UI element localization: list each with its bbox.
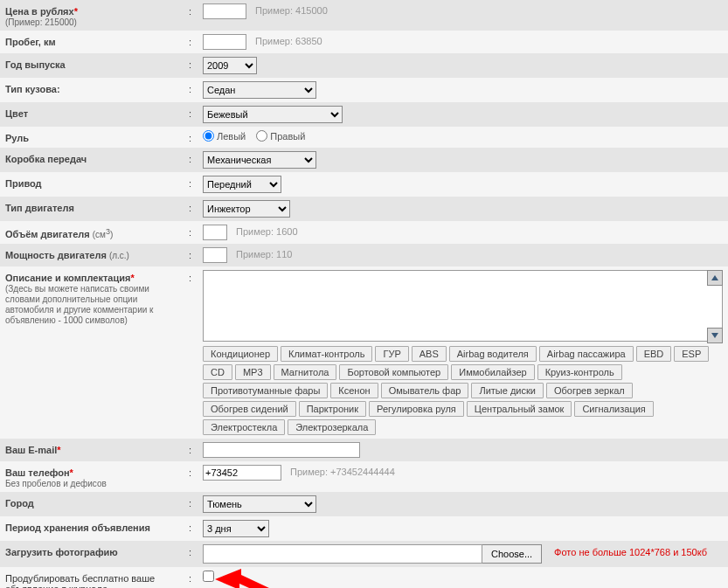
choose-file-button[interactable]: Choose... [482, 544, 542, 564]
label-email: Ваш E-mail* [5, 442, 189, 455]
option-button[interactable]: Электрозеркала [288, 419, 376, 435]
row-phone: Ваш телефон* Без пробелов и дефисов : Пр… [0, 461, 728, 492]
option-button[interactable]: MP3 [235, 364, 271, 380]
option-button[interactable]: Иммобилайзер [451, 364, 534, 380]
row-body: Тип кузова: : Седан [0, 78, 728, 102]
phone-input[interactable] [203, 465, 281, 481]
row-email: Ваш E-mail* : [0, 439, 728, 461]
row-description: Описание и комплектация* (Здесь вы может… [0, 266, 728, 439]
label-photo: Загрузить фотографию [5, 547, 118, 557]
option-button[interactable]: Электростекла [203, 419, 285, 435]
option-button[interactable]: Центральный замок [467, 401, 572, 417]
period-select[interactable]: 3 дня [203, 520, 269, 537]
price-hint: Пример: 415000 [250, 3, 328, 16]
year-select[interactable]: 2009 [203, 57, 257, 74]
wheel-right-option[interactable]: Правый [256, 130, 305, 142]
row-city: Город : Тюмень [0, 492, 728, 516]
label-period: Период хранения объявления [5, 522, 150, 533]
file-path-display [203, 544, 482, 564]
mileage-hint: Пример: 63850 [250, 34, 322, 46]
option-button[interactable]: ESP [674, 346, 709, 362]
gearbox-select[interactable]: Механическая [203, 151, 316, 169]
label-description: Описание и комплектация* (Здесь вы может… [5, 270, 189, 325]
option-button[interactable]: Обогрев сидений [203, 401, 296, 417]
label-wheel: Руль [5, 133, 29, 143]
row-mileage: Пробег, км : Пример: 63850 [0, 31, 728, 53]
row-photo: Загрузить фотографию : Choose... Фото не… [0, 541, 728, 567]
option-button[interactable]: Сигнализация [574, 401, 653, 417]
option-button[interactable]: Регулировка руля [369, 401, 464, 417]
label-phone: Ваш телефон* Без пробелов и дефисов [5, 465, 189, 488]
label-volume: Объём двигателя (см3) [5, 225, 189, 239]
power-input[interactable] [203, 247, 227, 263]
scroll-down-icon[interactable] [707, 328, 723, 343]
option-button[interactable]: Противотуманные фары [203, 383, 328, 398]
option-button[interactable]: ГУР [375, 346, 408, 362]
row-power: Мощность двигателя (л.с.) : Пример: 110 [0, 244, 728, 266]
volume-hint: Пример: 1600 [231, 225, 298, 237]
engine-select[interactable]: Инжектор [203, 200, 290, 218]
row-drive: Привод : Передний [0, 172, 728, 197]
phone-hint: Пример: +73452444444 [285, 465, 395, 477]
option-button[interactable]: Airbag пассажира [539, 346, 634, 362]
power-hint: Пример: 110 [231, 247, 292, 259]
label-gearbox: Коробка передач [5, 154, 87, 164]
row-engine: Тип двигателя : Инжектор [0, 197, 728, 221]
label-price: Цена в рублях* (Пример: 215000) [5, 3, 189, 27]
row-price: Цена в рублях* (Пример: 215000) : Пример… [0, 0, 728, 31]
color-select[interactable]: Бежевый [203, 106, 343, 123]
option-button[interactable]: Airbag водителя [449, 346, 537, 362]
duplicate-checkbox[interactable] [203, 571, 214, 582]
option-button[interactable]: Бортовой компьютер [339, 364, 448, 380]
label-city: Город [5, 498, 34, 508]
row-period: Период хранения объявления : 3 дня [0, 516, 728, 541]
wheel-left-radio[interactable] [203, 130, 214, 142]
row-year: Год выпуска : 2009 [0, 53, 728, 78]
label-engine: Тип двигателя [5, 203, 74, 213]
row-wheel: Руль : Левый Правый [0, 127, 728, 148]
option-button[interactable]: Климат-контроль [281, 346, 372, 362]
photo-warning: Фото не больше 1024*768 и 150кб [545, 544, 707, 557]
label-power: Мощность двигателя (л.с.) [5, 247, 189, 260]
option-button[interactable]: Кондиционер [203, 346, 278, 362]
volume-input[interactable] [203, 225, 227, 240]
email-input[interactable] [203, 442, 360, 458]
svg-marker-1 [711, 333, 718, 338]
scroll-up-icon[interactable] [707, 270, 723, 286]
description-textarea[interactable] [203, 270, 723, 342]
required-mark: * [74, 6, 78, 17]
wheel-right-radio[interactable] [256, 130, 267, 142]
option-button[interactable]: Литые диски [471, 383, 544, 398]
label-color: Цвет [5, 108, 28, 119]
option-button[interactable]: Круиз-контроль [537, 364, 622, 380]
svg-marker-0 [711, 275, 718, 280]
option-button[interactable]: Парктроник [299, 401, 366, 417]
row-duplicate: Продублировать бесплатно ваше объявление… [0, 567, 728, 588]
label-body: Тип кузова: [5, 84, 60, 94]
label-duplicate: Продублировать бесплатно ваше объявление… [5, 571, 189, 588]
option-button[interactable]: CD [203, 364, 232, 380]
label-drive: Привод [5, 178, 42, 189]
row-gearbox: Коробка передач : Механическая [0, 148, 728, 172]
row-volume: Объём двигателя (см3) : Пример: 1600 [0, 221, 728, 244]
wheel-left-option[interactable]: Левый [203, 130, 246, 142]
option-button[interactable]: ABS [412, 346, 447, 362]
city-select[interactable]: Тюмень [203, 495, 316, 513]
row-color: Цвет : Бежевый [0, 102, 728, 127]
body-select[interactable]: Седан [203, 81, 316, 99]
label-year: Год выпуска [5, 59, 66, 70]
option-button[interactable]: Омыватель фар [381, 383, 469, 398]
label-mileage: Пробег, км [5, 34, 189, 47]
option-button[interactable]: Магнитола [274, 364, 337, 380]
option-button[interactable]: Обогрев зеркал [546, 383, 633, 398]
price-input[interactable] [203, 3, 246, 19]
mileage-input[interactable] [203, 34, 246, 50]
option-button[interactable]: EBD [636, 346, 672, 362]
drive-select[interactable]: Передний [203, 176, 281, 193]
options-container: КондиционерКлимат-контрольГУРABSAirbag в… [203, 346, 723, 435]
option-button[interactable]: Ксенон [330, 383, 378, 398]
